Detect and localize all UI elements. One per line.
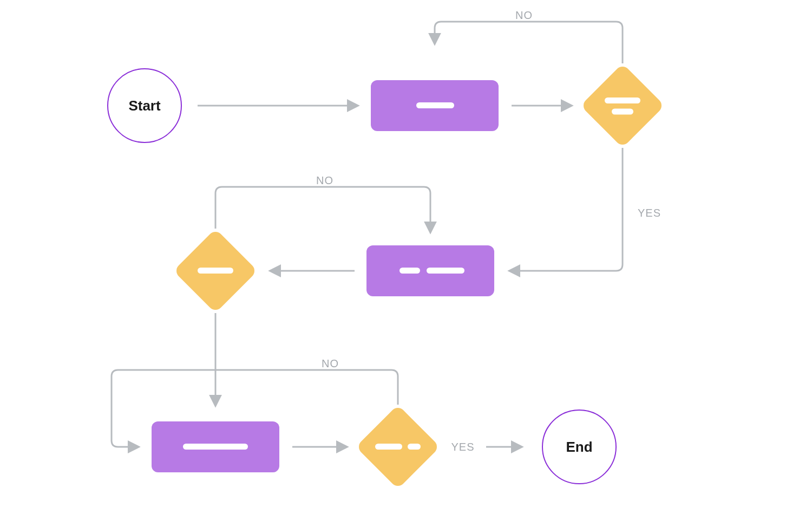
edge-d2-p2-no bbox=[215, 187, 430, 232]
svg-rect-3 bbox=[580, 63, 665, 148]
flowchart-diagram: Start NO YES NO bbox=[0, 0, 812, 520]
edge-d1-p2-yes bbox=[510, 148, 623, 271]
svg-rect-5 bbox=[612, 109, 633, 115]
node-process-2 bbox=[366, 245, 494, 296]
start-label: Start bbox=[128, 98, 161, 114]
edge-d1-p1-no bbox=[435, 22, 623, 63]
node-end: End bbox=[542, 410, 616, 484]
node-decision-2 bbox=[173, 229, 258, 313]
svg-rect-14 bbox=[375, 444, 402, 450]
node-decision-3 bbox=[356, 405, 440, 489]
svg-rect-15 bbox=[408, 444, 421, 450]
node-decision-1 bbox=[580, 63, 665, 148]
edge-d2-no-label: NO bbox=[316, 174, 333, 186]
end-label: End bbox=[566, 439, 592, 455]
svg-rect-7 bbox=[400, 268, 420, 274]
svg-rect-8 bbox=[427, 268, 464, 274]
edge-d1-yes-label: YES bbox=[638, 207, 661, 219]
svg-rect-10 bbox=[198, 268, 233, 274]
svg-rect-4 bbox=[605, 98, 640, 103]
node-process-3 bbox=[152, 421, 279, 472]
svg-rect-2 bbox=[416, 102, 454, 108]
node-process-1 bbox=[371, 80, 499, 131]
edge-d3-no-label: NO bbox=[322, 358, 339, 369]
node-start: Start bbox=[108, 69, 181, 142]
svg-rect-12 bbox=[183, 444, 248, 450]
edge-d1-no-label: NO bbox=[515, 9, 533, 21]
edge-d3-yes-label: YES bbox=[451, 441, 474, 453]
